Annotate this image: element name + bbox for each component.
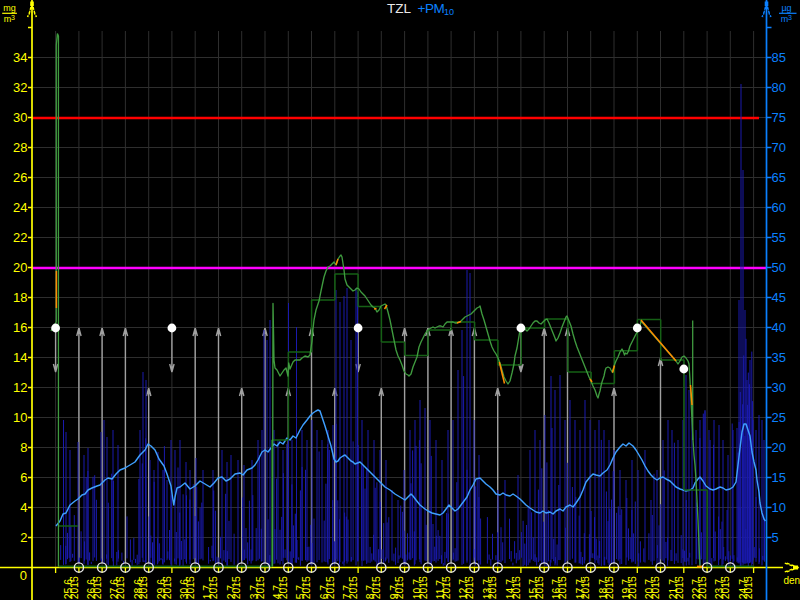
svg-text:3: 3 (788, 14, 792, 21)
svg-text:32: 32 (13, 80, 27, 95)
svg-text:35: 35 (772, 350, 786, 365)
svg-text:65: 65 (772, 170, 786, 185)
svg-text:6: 6 (20, 470, 27, 485)
svg-text:2015: 2015 (674, 576, 685, 599)
svg-text:TZL: TZL (387, 1, 411, 16)
svg-text:16: 16 (13, 320, 27, 335)
svg-text:2015: 2015 (255, 576, 266, 599)
svg-text:2015: 2015 (464, 576, 475, 599)
svg-text:15: 15 (772, 470, 786, 485)
svg-text:2015: 2015 (208, 576, 219, 599)
svg-text:8: 8 (20, 440, 27, 455)
svg-text:60: 60 (772, 200, 786, 215)
svg-text:2015: 2015 (697, 576, 708, 599)
svg-text:2015: 2015 (162, 576, 173, 599)
svg-text:2015: 2015 (371, 576, 382, 599)
svg-text:2015: 2015 (511, 576, 522, 599)
svg-text:2015: 2015 (604, 576, 615, 599)
svg-text:2015: 2015 (232, 576, 243, 599)
svg-text:14: 14 (13, 350, 27, 365)
svg-text:+PM: +PM (418, 1, 445, 16)
svg-text:2015: 2015 (418, 576, 429, 599)
svg-text:12: 12 (13, 380, 27, 395)
svg-text:2015: 2015 (139, 576, 150, 599)
svg-text:2015: 2015 (557, 576, 568, 599)
svg-text:2015: 2015 (441, 576, 452, 599)
svg-text:55: 55 (772, 230, 786, 245)
svg-text:30: 30 (13, 110, 27, 125)
svg-text:2015: 2015 (743, 576, 754, 599)
svg-text:28: 28 (13, 140, 27, 155)
svg-text:10: 10 (772, 500, 786, 515)
svg-text:3: 3 (11, 14, 15, 21)
svg-text:75: 75 (772, 110, 786, 125)
svg-text:22: 22 (13, 230, 27, 245)
svg-text:80: 80 (772, 80, 786, 95)
svg-text:2015: 2015 (650, 576, 661, 599)
svg-text:2015: 2015 (69, 576, 80, 599)
svg-text:2015: 2015 (185, 576, 196, 599)
svg-text:2015: 2015 (534, 576, 545, 599)
svg-text:0: 0 (20, 568, 27, 583)
svg-text:2015: 2015 (581, 576, 592, 599)
svg-text:20: 20 (772, 440, 786, 455)
svg-text:2015: 2015 (488, 576, 499, 599)
svg-text:34: 34 (13, 50, 27, 65)
svg-text:26: 26 (13, 170, 27, 185)
svg-text:2015: 2015 (348, 576, 359, 599)
svg-text:2015: 2015 (115, 576, 126, 599)
svg-text:2015: 2015 (325, 576, 336, 599)
svg-text:4: 4 (20, 500, 27, 515)
svg-text:5: 5 (772, 530, 779, 545)
svg-text:µg: µg (781, 3, 791, 13)
svg-text:2: 2 (20, 530, 27, 545)
svg-text:85: 85 (772, 50, 786, 65)
svg-text:30: 30 (772, 380, 786, 395)
svg-text:2015: 2015 (720, 576, 731, 599)
svg-text:50: 50 (772, 260, 786, 275)
svg-text:2015: 2015 (301, 576, 312, 599)
svg-text:70: 70 (772, 140, 786, 155)
svg-text:40: 40 (772, 320, 786, 335)
svg-text:2015: 2015 (627, 576, 638, 599)
svg-text:45: 45 (772, 290, 786, 305)
svg-text:2015: 2015 (92, 576, 103, 599)
svg-text:25: 25 (772, 410, 786, 425)
svg-text:10: 10 (444, 7, 454, 17)
svg-text:mg: mg (3, 3, 16, 13)
svg-text:2015: 2015 (394, 576, 405, 599)
svg-text:10: 10 (13, 410, 27, 425)
svg-text:20: 20 (13, 260, 27, 275)
svg-text:2015: 2015 (278, 576, 289, 599)
svg-text:den: den (784, 575, 800, 586)
svg-text:18: 18 (13, 290, 27, 305)
svg-text:24: 24 (13, 200, 27, 215)
